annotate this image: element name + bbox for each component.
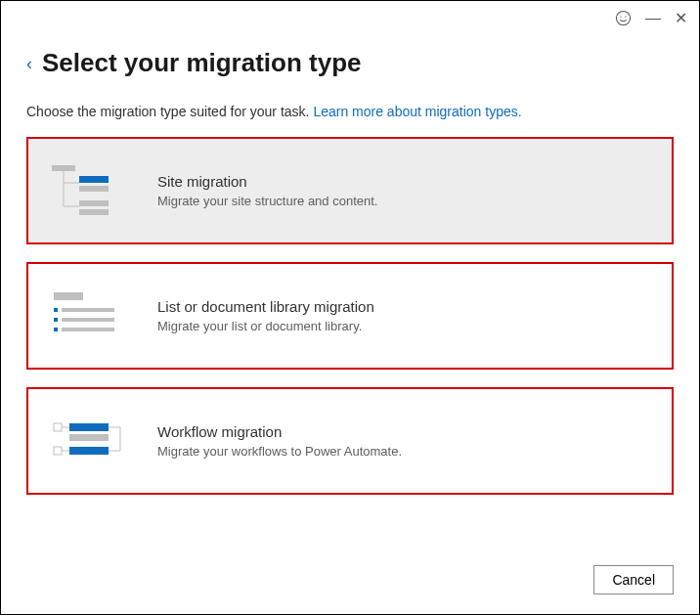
titlebar: — ✕ [615, 9, 687, 27]
svg-rect-14 [54, 318, 58, 322]
svg-rect-21 [69, 434, 109, 441]
svg-rect-17 [62, 328, 114, 331]
svg-point-1 [620, 16, 621, 17]
header-row: ‹ Select your migration type [26, 48, 674, 78]
learn-more-link[interactable]: Learn more about migration types. [313, 104, 521, 119]
svg-rect-11 [54, 292, 83, 300]
card-workflow-migration[interactable]: Workflow migration Migrate your workflow… [26, 387, 674, 495]
svg-rect-16 [54, 328, 58, 331]
svg-rect-18 [54, 423, 62, 431]
svg-rect-13 [62, 308, 114, 312]
card-text: List or document library migration Migra… [157, 298, 650, 333]
close-button[interactable]: ✕ [675, 9, 687, 27]
back-button[interactable]: ‹ [26, 55, 32, 72]
card-desc: Migrate your site structure and content. [157, 194, 650, 208]
workflow-migration-icon [50, 414, 157, 468]
svg-rect-3 [52, 165, 75, 171]
svg-point-2 [625, 16, 626, 17]
svg-rect-12 [54, 308, 58, 312]
card-title: Site migration [157, 173, 650, 190]
svg-rect-20 [69, 423, 109, 431]
card-desc: Migrate your workflows to Power Automate… [157, 444, 650, 459]
svg-rect-8 [79, 186, 109, 192]
page-title: Select your migration type [42, 48, 362, 78]
content: ‹ Select your migration type Choose the … [1, 1, 699, 495]
dialog-window: — ✕ ‹ Select your migration type Choose … [0, 0, 700, 615]
svg-rect-10 [79, 209, 109, 215]
card-title: List or document library migration [157, 298, 650, 315]
footer: Cancel [593, 565, 674, 594]
subtext-prefix: Choose the migration type suited for you… [26, 104, 313, 119]
card-text: Workflow migration Migrate your workflow… [157, 423, 650, 459]
feedback-icon[interactable] [615, 10, 632, 26]
card-site-migration[interactable]: Site migration Migrate your site structu… [26, 137, 674, 244]
cancel-button[interactable]: Cancel [593, 565, 674, 594]
svg-point-0 [616, 11, 630, 24]
list-migration-icon [50, 288, 157, 343]
minimize-button[interactable]: — [645, 10, 661, 27]
svg-rect-24 [69, 447, 109, 455]
card-desc: Migrate your list or document library. [157, 319, 650, 333]
card-list-migration[interactable]: List or document library migration Migra… [26, 262, 674, 370]
svg-rect-7 [79, 176, 109, 183]
card-text: Site migration Migrate your site structu… [157, 173, 650, 208]
card-title: Workflow migration [157, 423, 650, 440]
page-subtext: Choose the migration type suited for you… [26, 104, 674, 119]
site-migration-icon [50, 163, 157, 218]
svg-rect-15 [62, 318, 114, 322]
svg-rect-22 [54, 447, 62, 455]
svg-rect-9 [79, 200, 109, 206]
